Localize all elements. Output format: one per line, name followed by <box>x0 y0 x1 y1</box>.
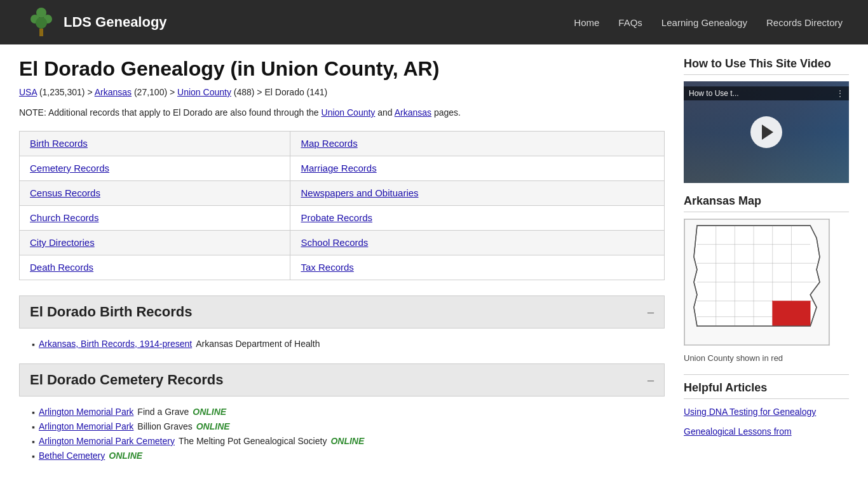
breadcrumb-usa[interactable]: USA <box>19 87 37 97</box>
arkansas-map-container <box>684 219 849 348</box>
table-row: Census Records Newspapers and Obituaries <box>20 181 665 206</box>
birth-records-section: El Dorado Birth Records – Arkansas, Birt… <box>19 295 665 363</box>
marriage-records-link[interactable]: Marriage Records <box>301 163 376 173</box>
map-records-link[interactable]: Map Records <box>301 138 357 149</box>
birth-records-title: El Dorado Birth Records <box>30 304 192 320</box>
play-triangle-icon <box>762 125 773 140</box>
arlington-findagrave-link[interactable]: Arlington Memorial Park <box>39 407 133 417</box>
page-title: El Dorado Genealogy (in Union County, AR… <box>19 57 665 81</box>
list-item: Bethel Cemetery ONLINE <box>32 451 665 461</box>
arlington-billiongrave-link[interactable]: Arlington Memorial Park <box>39 421 133 431</box>
breadcrumb-union-county[interactable]: Union County <box>177 87 231 97</box>
logo-area[interactable]: LDS Genealogy <box>25 6 167 38</box>
cemetery-records-section: El Dorado Cemetery Records – Arlington M… <box>19 363 665 475</box>
online-badge-1: ONLINE <box>193 407 226 417</box>
birth-records-arkansas-link[interactable]: Arkansas, Birth Records, 1914-present <box>39 339 192 349</box>
note-union-county-link[interactable]: Union County <box>322 107 376 118</box>
video-title-bar: How to Use t... ⋮ <box>684 86 849 100</box>
nav-records-dir[interactable]: Records Directory <box>766 17 843 28</box>
arlington-findagrave-text: Find a Grave <box>137 407 189 417</box>
list-item: Arlington Memorial Park Billion Graves O… <box>32 421 665 432</box>
cemetery-records-title: El Dorado Cemetery Records <box>30 372 223 388</box>
video-dots-icon: ⋮ <box>836 89 844 98</box>
breadcrumb-current: El Dorado (141) <box>264 87 327 97</box>
census-records-link[interactable]: Census Records <box>30 187 100 198</box>
logo-text: LDS Genealogy <box>64 14 167 30</box>
sidebar: How to Use This Site Video How to Use t.… <box>684 57 849 475</box>
list-item: Arlington Memorial Park Cemetery The Mel… <box>32 436 665 447</box>
tree-logo-icon <box>25 6 57 38</box>
online-badge-3: ONLINE <box>330 436 364 446</box>
list-item: Arkansas, Birth Records, 1914-present Ar… <box>32 339 665 349</box>
records-table: Birth Records Map Records Cemetery Recor… <box>19 131 665 280</box>
newspapers-link[interactable]: Newspapers and Obituaries <box>301 187 418 198</box>
arlington-cemetery-text: The Melting Pot Genealogical Society <box>179 436 327 446</box>
main-nav: Home FAQs Learning Genealogy Records Dir… <box>574 17 843 28</box>
city-directories-link[interactable]: City Directories <box>30 237 95 248</box>
online-badge-2: ONLINE <box>196 421 230 431</box>
birth-records-arkansas-text: Arkansas Department of Health <box>196 339 320 349</box>
arlington-billiongrave-text: Billion Graves <box>137 421 192 431</box>
map-section-title: Arkansas Map <box>684 194 849 212</box>
svg-rect-16 <box>773 301 810 327</box>
page-wrapper: El Dorado Genealogy (in Union County, AR… <box>0 44 868 488</box>
map-caption: Union County shown in red <box>684 353 849 363</box>
svg-point-3 <box>36 17 47 29</box>
tax-records-link[interactable]: Tax Records <box>301 262 353 273</box>
arkansas-map-svg <box>684 219 830 346</box>
video-title-text: How to Use t... <box>689 89 739 98</box>
breadcrumb-arkansas[interactable]: Arkansas <box>95 87 132 97</box>
birth-records-link[interactable]: Birth Records <box>30 138 88 149</box>
collapse-cemetery-icon[interactable]: – <box>648 373 654 388</box>
table-row: City Directories School Records <box>20 231 665 255</box>
breadcrumb-union-county-count: (488) <box>234 87 255 97</box>
list-item: Arlington Memorial Park Find a Grave ONL… <box>32 407 665 417</box>
article-link-1[interactable]: Using DNA Testing for Genealogy <box>684 405 849 419</box>
main-content: El Dorado Genealogy (in Union County, AR… <box>19 57 665 475</box>
map-section: Arkansas Map <box>684 194 849 363</box>
birth-records-list: Arkansas, Birth Records, 1914-present Ar… <box>19 339 665 349</box>
video-section: How to Use This Site Video How to Use t.… <box>684 57 849 183</box>
birth-records-content: Arkansas, Birth Records, 1914-present Ar… <box>19 335 665 363</box>
arlington-cemetery-link[interactable]: Arlington Memorial Park Cemetery <box>39 436 175 446</box>
play-button[interactable] <box>750 116 782 148</box>
cemetery-records-link[interactable]: Cemetery Records <box>30 163 109 173</box>
svg-rect-4 <box>39 29 43 36</box>
article-link-2[interactable]: Genealogical Lessons from <box>684 425 849 438</box>
cemetery-records-content: Arlington Memorial Park Find a Grave ONL… <box>19 403 665 475</box>
birth-records-header[interactable]: El Dorado Birth Records – <box>19 295 665 329</box>
video-thumbnail[interactable]: How to Use t... ⋮ <box>684 81 849 183</box>
video-section-title: How to Use This Site Video <box>684 57 849 75</box>
note-arkansas-link[interactable]: Arkansas <box>395 107 431 118</box>
online-badge-4: ONLINE <box>109 451 142 461</box>
helpful-articles-section: Helpful Articles Using DNA Testing for G… <box>684 374 849 438</box>
table-row: Church Records Probate Records <box>20 206 665 231</box>
site-header: LDS Genealogy Home FAQs Learning Genealo… <box>0 0 868 44</box>
breadcrumb-usa-count: (1,235,301) <box>39 87 85 97</box>
note-text: NOTE: Additional records that apply to E… <box>19 106 665 119</box>
nav-faqs[interactable]: FAQs <box>618 17 642 28</box>
cemetery-records-list: Arlington Memorial Park Find a Grave ONL… <box>19 407 665 461</box>
table-row: Birth Records Map Records <box>20 132 665 156</box>
collapse-birth-icon[interactable]: – <box>648 305 654 320</box>
bethel-cemetery-link[interactable]: Bethel Cemetery <box>39 451 105 461</box>
nav-learning[interactable]: Learning Genealogy <box>661 17 747 28</box>
church-records-link[interactable]: Church Records <box>30 212 98 223</box>
cemetery-records-header[interactable]: El Dorado Cemetery Records – <box>19 363 665 396</box>
school-records-link[interactable]: School Records <box>301 237 368 248</box>
table-row: Cemetery Records Marriage Records <box>20 156 665 181</box>
breadcrumb: USA (1,235,301) > Arkansas (27,100) > Un… <box>19 87 665 97</box>
breadcrumb-arkansas-count: (27,100) <box>134 87 167 97</box>
nav-home[interactable]: Home <box>574 17 599 28</box>
table-row: Death Records Tax Records <box>20 255 665 280</box>
helpful-articles-title: Helpful Articles <box>684 381 849 399</box>
death-records-link[interactable]: Death Records <box>30 262 93 273</box>
probate-records-link[interactable]: Probate Records <box>301 212 372 223</box>
